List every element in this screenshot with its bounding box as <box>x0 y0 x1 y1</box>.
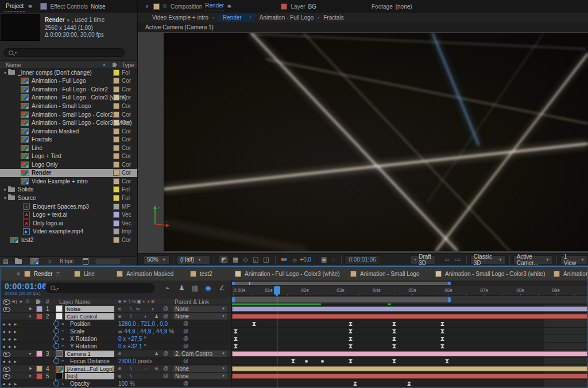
keyframe-icon[interactable] <box>234 337 238 341</box>
interpret-footage-icon[interactable]: ▤ <box>3 258 8 264</box>
panel-menu-icon[interactable]: ≡ <box>56 270 60 277</box>
keyframe-row-x-rotation[interactable] <box>231 335 587 343</box>
quality-switch-icon[interactable]: ∖ <box>129 366 132 371</box>
panel-menu-icon[interactable]: ≡ <box>28 3 32 10</box>
resolution-dropdown[interactable]: (Half)▼ <box>177 255 210 264</box>
twirl-open-icon[interactable]: ▼ <box>28 314 32 318</box>
property-row-position[interactable]: ◀ ◆ ▶ ≈ Position 1280,0 , 721,0 , 0,0 @ <box>1 320 231 328</box>
stopwatch-icon[interactable] <box>53 328 59 334</box>
property-pickwhip-icon[interactable]: @ <box>183 343 188 349</box>
label-swatch[interactable] <box>36 306 42 312</box>
panel-menu-icon[interactable]: ≡ <box>227 3 231 10</box>
video-column-icon[interactable] <box>3 299 10 305</box>
timeline-tab[interactable]: Line <box>74 267 95 281</box>
stopwatch-icon[interactable] <box>53 381 59 386</box>
stopwatch-icon[interactable] <box>53 321 59 326</box>
keyframe-navigator[interactable]: ◀ ◆ ▶ <box>2 322 18 326</box>
exposure-icon[interactable]: ☼ <box>292 256 297 263</box>
bit-depth-button[interactable]: 8 bpc <box>60 258 74 264</box>
eye-icon[interactable] <box>3 367 10 372</box>
adjustment-switch-icon[interactable]: ◑ <box>151 306 154 312</box>
layer-bar-row[interactable] <box>231 305 587 313</box>
project-search[interactable]: ▾ <box>3 48 125 57</box>
stopwatch-icon[interactable] <box>53 336 59 341</box>
label-swatch[interactable] <box>113 195 119 201</box>
timeline-tab[interactable]: Animation - Small Logo - Color3 (white) <box>435 267 546 281</box>
breadcrumb-item[interactable]: Animation - Full Logo <box>260 14 314 21</box>
graph-icon[interactable]: ≈ <box>61 381 64 386</box>
keyframe-icon[interactable] <box>234 329 238 333</box>
keyframe-icon[interactable] <box>291 359 295 363</box>
graph-icon[interactable]: ≈ <box>61 321 64 326</box>
magnification-dropdown[interactable]: 50%▼ <box>144 255 169 264</box>
preview-timecode[interactable]: 0:00:01:06 <box>345 255 380 264</box>
twirl-closed-icon[interactable]: ▶ <box>29 306 32 311</box>
property-pickwhip-icon[interactable]: @ <box>183 336 188 341</box>
parent-pickwhip-icon[interactable]: @ <box>163 366 168 371</box>
twirl-open-icon[interactable]: ▼ <box>28 374 32 378</box>
tab-project[interactable]: Project <box>5 1 25 11</box>
shy-switch-icon[interactable]: ♟ <box>154 314 158 319</box>
quality-switch-icon[interactable]: ∖ <box>129 374 132 379</box>
timeline-tab[interactable]: Animation - Full Logo - Color3 (white) <box>235 267 340 281</box>
collapse-switch-icon[interactable]: ⊕ <box>118 366 122 371</box>
label-swatch[interactable] <box>113 178 119 185</box>
quality-switch-icon[interactable]: ∖ <box>129 314 132 319</box>
parent-dropdown[interactable]: None▼ <box>173 366 227 372</box>
layer-bar-row[interactable] <box>231 372 587 380</box>
breadcrumb-item[interactable]: Fractals <box>323 14 344 21</box>
parent-pickwhip-icon[interactable]: @ <box>163 351 168 356</box>
keyframe-navigator[interactable]: ◀ ◆ ▶ <box>2 382 18 386</box>
column-name[interactable]: Name <box>6 62 21 68</box>
layer-row[interactable]: ▼ 2 Cam Control ⊕ ∖ ◐ ♟ @ None▼ <box>1 313 231 320</box>
project-column-header[interactable]: Name ▲ Type <box>0 60 137 68</box>
region-of-interest-icon[interactable]: ◱ <box>253 256 258 263</box>
property-pickwhip-icon[interactable]: @ <box>183 321 188 326</box>
motion-blur-icon[interactable]: ◉ <box>205 284 211 292</box>
mask-visibility-icon[interactable]: ◇ <box>243 256 247 263</box>
label-swatch[interactable] <box>113 153 119 159</box>
property-pickwhip-icon[interactable]: @ <box>183 358 188 364</box>
time-ruler[interactable]: 0:00s 01s 02s 03s 04s 05s 06s 07s 08s 09… <box>231 286 587 296</box>
work-area-row[interactable] <box>231 296 587 304</box>
frame-blending-icon[interactable]: ▥ <box>192 284 198 292</box>
link-icon[interactable]: ∞ <box>118 328 122 335</box>
label-swatch[interactable] <box>113 212 119 218</box>
close-icon[interactable]: × <box>145 3 149 10</box>
graph-icon[interactable]: ≈ <box>61 336 64 341</box>
list-item-comp-selected[interactable]: Render Cor <box>0 169 137 178</box>
number-column[interactable]: # <box>46 299 49 305</box>
view-layout-dropdown[interactable]: 1 View▼ <box>560 255 588 264</box>
property-row-x-rotation[interactable]: ◀ ◆ ▶ ≈ X Rotation 0 x +27,5° @ <box>1 335 231 343</box>
keyframe-circle-icon[interactable] <box>321 360 324 363</box>
list-item-comp[interactable]: Logo + Text Cor <box>0 152 137 160</box>
new-composition-icon[interactable] <box>30 258 38 264</box>
keyframe-icon[interactable] <box>349 344 353 348</box>
list-item-vector[interactable]: ALogo + text.ai Vec <box>0 210 137 219</box>
switches-column-icons[interactable]: ⊕ ✦ ∖ fx ▣ ◐ ◑ ⊛ <box>118 299 154 304</box>
keyframe-icon[interactable] <box>353 382 357 386</box>
keyframe-icon[interactable] <box>440 344 444 348</box>
parent-dropdown[interactable]: None▼ <box>173 306 227 312</box>
list-item-comp[interactable]: Animation - Small Logo - Color3 (white) … <box>0 118 137 127</box>
label-swatch[interactable] <box>36 313 42 320</box>
tab-layer-name[interactable]: BG <box>308 3 316 10</box>
new-folder-icon[interactable] <box>15 259 22 264</box>
layer-name[interactable]: Camera 1 <box>65 351 114 357</box>
show-snapshot-icon[interactable]: ◌ <box>331 256 335 263</box>
eye-icon[interactable] <box>3 352 10 357</box>
twirl-closed-icon[interactable]: ▶ <box>29 366 32 371</box>
label-swatch[interactable] <box>113 86 119 93</box>
list-item-video[interactable]: ▶Video example.mp4 Imp <box>0 227 137 236</box>
graph-icon[interactable]: ≈ <box>61 359 64 364</box>
label-swatch[interactable] <box>113 162 119 168</box>
effects-switch-icon[interactable]: fx <box>136 306 140 312</box>
shy-switch-icon[interactable]: ♟ <box>154 351 158 356</box>
keyframe-navigator[interactable]: ◀ ◆ ▶ <box>2 359 18 363</box>
label-swatch[interactable] <box>36 351 42 357</box>
tab-footage-name[interactable]: (none) <box>396 3 412 10</box>
stopwatch-icon[interactable] <box>53 358 59 364</box>
keyframe-icon[interactable] <box>349 337 353 341</box>
guide-options-icon[interactable]: ◫ <box>263 256 269 263</box>
keyframe-icon[interactable] <box>440 322 444 326</box>
